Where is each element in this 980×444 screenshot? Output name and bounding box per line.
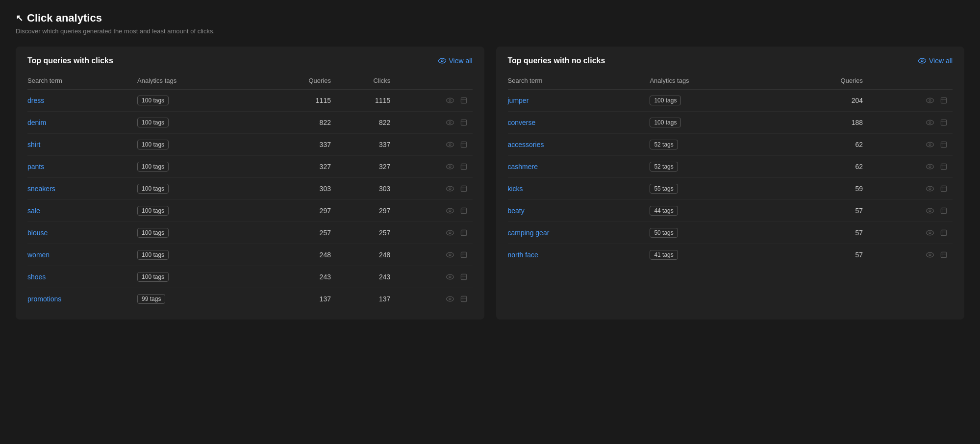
tag-badge[interactable]: 44 tags: [650, 206, 678, 216]
box-icon[interactable]: [939, 96, 949, 105]
search-term-link[interactable]: shoes: [27, 273, 46, 281]
search-term-link[interactable]: converse: [508, 119, 536, 126]
search-term-link[interactable]: denim: [27, 119, 46, 126]
svg-rect-63: [941, 208, 946, 213]
box-icon[interactable]: [459, 140, 469, 149]
view-icon[interactable]: [925, 96, 935, 105]
view-icon[interactable]: [445, 162, 455, 172]
search-term-cell: jumper: [508, 90, 650, 112]
table-row: beaty 44 tags 57: [508, 200, 953, 222]
search-term-link[interactable]: sneakers: [27, 185, 55, 193]
page-title-row: ↖ Click analytics: [16, 12, 964, 25]
tag-badge[interactable]: 41 tags: [650, 250, 678, 260]
search-term-cell: promotions: [27, 288, 137, 310]
box-icon[interactable]: [459, 272, 469, 282]
analytics-tags-cell: 100 tags: [137, 156, 260, 178]
analytics-tags-cell: 100 tags: [137, 200, 260, 222]
box-icon[interactable]: [939, 140, 949, 149]
table-row: pants 100 tags 327 327: [27, 156, 473, 178]
search-term-link[interactable]: jumper: [508, 97, 529, 104]
view-icon[interactable]: [445, 140, 455, 149]
search-term-cell: shoes: [27, 266, 137, 288]
row-actions: [867, 228, 949, 238]
search-term-link[interactable]: kicks: [508, 185, 523, 193]
table-row: north face 41 tags 57: [508, 244, 953, 266]
tag-badge[interactable]: 100 tags: [137, 140, 169, 149]
queries-cell: 822: [260, 112, 335, 134]
search-term-link[interactable]: shirt: [27, 141, 40, 148]
tag-badge[interactable]: 52 tags: [650, 162, 678, 172]
search-term-link[interactable]: camping gear: [508, 229, 550, 237]
col-search-term: Search term: [27, 73, 137, 90]
search-term-link[interactable]: beaty: [508, 207, 525, 215]
page-subtitle: Discover which queries generated the mos…: [16, 27, 964, 35]
top-no-clicks-panel-header: Top queries with no clicks View all: [508, 56, 953, 65]
tag-badge[interactable]: 100 tags: [650, 118, 681, 127]
tag-badge[interactable]: 99 tags: [137, 294, 165, 304]
view-icon[interactable]: [925, 250, 935, 260]
view-icon[interactable]: [925, 140, 935, 149]
top-clicks-view-all[interactable]: View all: [438, 57, 473, 65]
top-no-clicks-table: Search term Analytics tags Queries jumpe…: [508, 73, 953, 266]
clicks-cell: 1115: [335, 90, 394, 112]
view-icon[interactable]: [445, 250, 455, 260]
view-icon[interactable]: [445, 228, 455, 238]
box-icon[interactable]: [939, 228, 949, 238]
queries-cell: 188: [785, 112, 867, 134]
view-icon[interactable]: [445, 96, 455, 105]
tag-badge[interactable]: 100 tags: [137, 206, 169, 216]
box-icon[interactable]: [939, 206, 949, 216]
search-term-link[interactable]: promotions: [27, 295, 61, 303]
tag-badge[interactable]: 100 tags: [137, 250, 169, 260]
table-row: women 100 tags 248 248: [27, 244, 473, 266]
search-term-link[interactable]: pants: [27, 163, 44, 171]
box-icon[interactable]: [459, 206, 469, 216]
search-term-link[interactable]: dress: [27, 97, 44, 104]
search-term-link[interactable]: accessories: [508, 141, 544, 148]
view-icon[interactable]: [925, 228, 935, 238]
tag-badge[interactable]: 100 tags: [137, 118, 169, 127]
view-icon[interactable]: [925, 206, 935, 216]
box-icon[interactable]: [459, 184, 469, 194]
svg-rect-22: [461, 208, 466, 213]
box-icon[interactable]: [459, 228, 469, 238]
tag-badge[interactable]: 100 tags: [650, 96, 681, 105]
box-icon[interactable]: [459, 294, 469, 304]
search-term-link[interactable]: sale: [27, 207, 40, 215]
tag-badge[interactable]: 100 tags: [137, 272, 169, 282]
view-icon[interactable]: [445, 272, 455, 282]
view-icon[interactable]: [445, 118, 455, 127]
top-no-clicks-title: Top queries with no clicks: [508, 56, 605, 65]
search-term-cell: camping gear: [508, 222, 650, 244]
view-icon[interactable]: [925, 184, 935, 194]
tag-badge[interactable]: 100 tags: [137, 96, 169, 105]
tag-badge[interactable]: 52 tags: [650, 140, 678, 149]
box-icon[interactable]: [939, 162, 949, 172]
box-icon[interactable]: [459, 250, 469, 260]
tag-badge[interactable]: 100 tags: [137, 184, 169, 194]
tag-badge[interactable]: 50 tags: [650, 228, 678, 238]
search-term-link[interactable]: blouse: [27, 229, 48, 237]
view-icon[interactable]: [925, 162, 935, 172]
box-icon[interactable]: [939, 250, 949, 260]
col-nc-search-term: Search term: [508, 73, 650, 90]
search-term-link[interactable]: cashmere: [508, 163, 538, 171]
view-icon[interactable]: [925, 118, 935, 127]
search-term-link[interactable]: north face: [508, 251, 538, 259]
box-icon[interactable]: [939, 184, 949, 194]
tag-badge[interactable]: 100 tags: [137, 228, 169, 238]
view-icon[interactable]: [445, 184, 455, 194]
top-no-clicks-view-all[interactable]: View all: [918, 57, 953, 65]
view-icon[interactable]: [445, 206, 455, 216]
box-icon[interactable]: [459, 162, 469, 172]
tag-badge[interactable]: 55 tags: [650, 184, 678, 194]
search-term-link[interactable]: women: [27, 251, 50, 259]
box-icon[interactable]: [459, 118, 469, 127]
box-icon[interactable]: [939, 118, 949, 127]
view-icon[interactable]: [445, 294, 455, 304]
actions-cell: [867, 222, 953, 244]
box-icon[interactable]: [459, 96, 469, 105]
row-actions: [394, 250, 468, 260]
tag-badge[interactable]: 100 tags: [137, 162, 169, 172]
svg-rect-26: [461, 230, 466, 235]
